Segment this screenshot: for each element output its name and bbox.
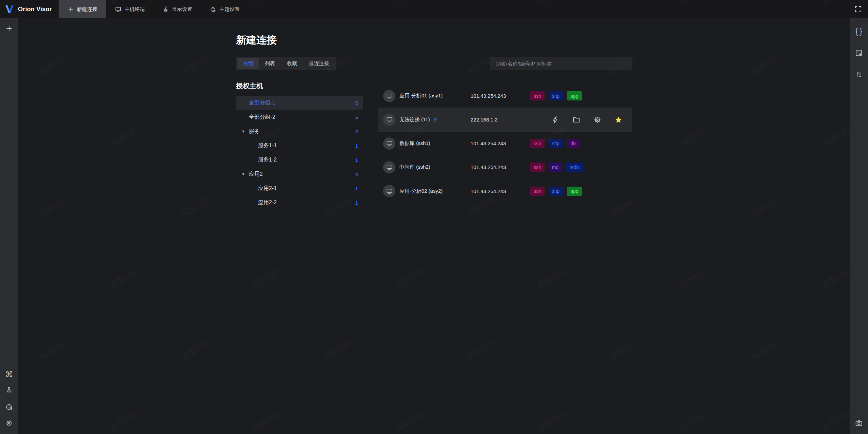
display-settings-icon[interactable] [0, 382, 18, 399]
host-tag-app: app [567, 187, 581, 196]
host-ip: 101.43.254.243 [471, 93, 530, 99]
command-shortcuts-icon[interactable]: ⌘ [0, 366, 18, 382]
view-tab-label: 收藏 [287, 60, 297, 67]
palette-icon [210, 6, 216, 13]
host-monitor-icon [383, 90, 395, 102]
host-tag-ssh: ssh [530, 187, 545, 196]
view-tab-1[interactable]: 列表 [259, 58, 281, 69]
view-tab-2[interactable]: 收藏 [281, 58, 303, 69]
topbar-tab-1[interactable]: 主机终端 [106, 0, 154, 18]
host-tag-sftp: sftp [549, 187, 563, 196]
edit-pencil-icon[interactable] [433, 117, 438, 122]
host-monitor-icon [383, 114, 395, 126]
tree-item-0[interactable]: 全部分组-1 5 [236, 96, 363, 110]
gear-icon[interactable] [593, 116, 601, 124]
tree-item-label: 应用2 [236, 171, 263, 178]
host-row-2[interactable]: 数据库 (ssh1) 101.43.254.243 sshsftpdb [378, 132, 632, 155]
host-tags: sshsftpdb [530, 139, 579, 148]
host-name: 应用-分析01 (asy1) [399, 93, 443, 99]
tree-item-count: 2 [355, 129, 358, 134]
settings-gear-icon[interactable] [0, 415, 18, 431]
left-rail: ⌘ [0, 18, 18, 434]
theme-settings-icon[interactable] [0, 399, 18, 415]
folder-icon[interactable] [572, 116, 580, 124]
doc-bookmark-icon[interactable] [850, 45, 868, 61]
host-name: 数据库 (ssh1) [399, 140, 430, 147]
view-tab-0[interactable]: 分组 [237, 58, 259, 69]
host-row-0[interactable]: 应用-分析01 (asy1) 101.43.254.243 sshsftpapp [378, 84, 632, 108]
host-monitor-icon [383, 137, 395, 150]
host-row-4[interactable]: 应用-分析02 (asy2) 101.43.254.243 sshsftpapp [378, 179, 632, 203]
tree-item-count: 1 [355, 200, 358, 206]
caret-down-icon[interactable]: ▼ [241, 129, 245, 133]
tree-item-label: 服务1-2 [236, 156, 277, 164]
view-tab-label: 最近连接 [309, 60, 329, 67]
tree-item-count: 5 [355, 100, 358, 106]
host-row-1[interactable]: 无法连接 (11) 222.168.1.2 [378, 108, 632, 132]
tree-item-label: 服务 [236, 128, 260, 135]
tree-item-count: 1 [355, 143, 358, 149]
tree-item-count: 1 [355, 157, 358, 163]
topbar-tab-label: 主机终端 [124, 6, 145, 13]
topbar-tab-3[interactable]: 主题设置 [201, 0, 249, 18]
host-tag-mq: mq [549, 163, 562, 172]
host-tag-sftp: sftp [549, 91, 563, 100]
tree-item-label: 应用2-2 [236, 199, 277, 206]
screenshot-camera-icon[interactable] [850, 415, 868, 431]
host-tag-sftp: sftp [549, 139, 563, 148]
host-name: 无法连接 (11) [399, 116, 430, 123]
host-tag-ssh: ssh [530, 91, 545, 100]
host-tag-ssh: ssh [530, 139, 545, 148]
tree-item-5[interactable]: ▼ 应用2 4 [236, 167, 363, 181]
tree-item-4[interactable]: 服务1-2 1 [236, 153, 363, 167]
topbar: Orion Visor 新建连接 主机终端 显示设置 主题设置 [0, 0, 868, 18]
app-logo: Orion Visor [0, 0, 59, 18]
tree-item-7[interactable]: 应用2-2 1 [236, 195, 363, 210]
tree-item-3[interactable]: 服务1-1 1 [236, 138, 363, 153]
group-tree: 全部分组-1 5 全部分组-2 5 ▼ 服务 2 服务1-1 1 服务1-2 1… [236, 96, 363, 210]
stamp-icon [162, 6, 169, 13]
tree-item-label: 全部分组-2 [236, 114, 275, 121]
host-ip: 222.168.1.2 [471, 117, 530, 122]
host-monitor-icon [383, 161, 395, 173]
host-tags: sshsftpapp [530, 187, 582, 196]
tree-item-2[interactable]: ▼ 服务 2 [236, 124, 363, 138]
tree-header: 授权主机 [236, 81, 363, 91]
page-title: 新建连接 [236, 33, 632, 47]
tree-item-label: 全部分组-1 [236, 99, 275, 107]
sort-icon[interactable] [850, 67, 868, 83]
tree-item-6[interactable]: 应用2-1 1 [236, 181, 363, 195]
host-tag-ssh: ssh [530, 163, 545, 172]
caret-down-icon[interactable]: ▼ [241, 172, 245, 176]
braces-json-icon[interactable]: { } [850, 23, 868, 39]
tree-item-count: 1 [355, 186, 358, 191]
tree-item-label: 应用2-1 [236, 185, 277, 192]
host-tag-redis: redis [566, 163, 583, 172]
host-row-3[interactable]: 中间件 (ssh2) 101.43.254.243 sshmqredis [378, 155, 632, 179]
plus-icon [67, 6, 74, 13]
host-actions [551, 116, 623, 124]
view-tab-label: 列表 [265, 60, 275, 67]
search-input[interactable] [490, 57, 632, 70]
star-icon[interactable] [614, 116, 623, 124]
host-tag-app: app [567, 91, 581, 100]
topbar-tab-label: 新建连接 [77, 6, 97, 13]
topbar-tab-0[interactable]: 新建连接 [59, 0, 106, 18]
tree-item-1[interactable]: 全部分组-2 5 [236, 110, 363, 124]
orion-visor-logo-icon [4, 4, 15, 14]
fullscreen-icon[interactable] [848, 0, 868, 18]
host-tags: sshsftpapp [530, 91, 582, 100]
host-ip: 101.43.254.243 [471, 188, 530, 194]
bolt-icon[interactable] [551, 116, 559, 124]
main-content: 新建连接 分组 列表 收藏 最近连接 授权主机 全部分组-1 5 全部分组-2 … [18, 18, 850, 434]
topbar-tab-label: 显示设置 [172, 6, 192, 13]
tree-item-count: 4 [355, 171, 358, 177]
topbar-tab-2[interactable]: 显示设置 [154, 0, 201, 18]
tree-item-count: 5 [355, 114, 358, 120]
view-mode-tabs: 分组 列表 收藏 最近连接 [236, 57, 336, 70]
add-icon[interactable] [0, 20, 18, 37]
host-list-panel: 应用-分析01 (asy1) 101.43.254.243 sshsftpapp… [378, 84, 632, 203]
host-ip: 101.43.254.243 [471, 140, 530, 146]
terminal-icon [115, 6, 121, 13]
view-tab-3[interactable]: 最近连接 [303, 58, 335, 69]
